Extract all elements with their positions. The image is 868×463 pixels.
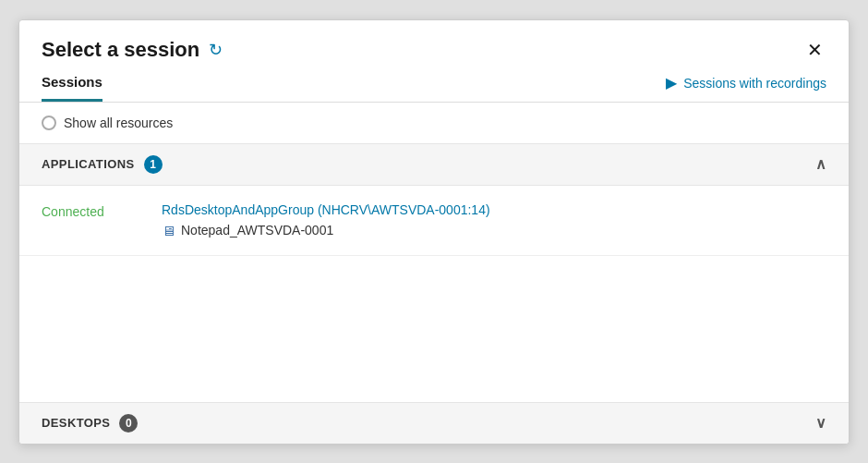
- sessions-with-recordings-button[interactable]: ▶ Sessions with recordings: [666, 74, 826, 101]
- desktops-title-area: DESKTOPS 0: [42, 414, 138, 433]
- session-app: 🖥 Notepad_AWTSVDA-0001: [162, 223, 490, 238]
- tab-sessions[interactable]: Sessions: [42, 74, 102, 102]
- modal-header: Select a session ↻ ✕: [19, 20, 849, 74]
- desktops-section-header[interactable]: DESKTOPS 0 ∨: [19, 403, 849, 444]
- session-link[interactable]: RdsDesktopAndAppGroup (NHCRV\AWTSVDA-000…: [162, 202, 490, 217]
- show-all-label: Show all resources: [64, 116, 173, 130]
- modal-title-area: Select a session ↻: [42, 38, 223, 62]
- select-session-modal: Select a session ↻ ✕ Sessions ▶ Sessions…: [18, 19, 850, 445]
- applications-section-header[interactable]: APPLICATIONS 1 ∧: [19, 143, 849, 186]
- close-button[interactable]: ✕: [803, 37, 826, 63]
- applications-title: APPLICATIONS: [42, 157, 135, 171]
- desktops-section: DESKTOPS 0 ∨: [19, 402, 849, 444]
- session-row: Connected RdsDesktopAndAppGroup (NHCRV\A…: [19, 186, 849, 256]
- modal-tabs: Sessions ▶ Sessions with recordings: [19, 74, 849, 103]
- desktops-count-badge: 0: [119, 414, 138, 433]
- recordings-label: Sessions with recordings: [683, 76, 826, 91]
- session-status: Connected: [42, 202, 125, 219]
- refresh-icon[interactable]: ↻: [209, 40, 223, 60]
- applications-chevron-icon: ∧: [815, 155, 826, 173]
- session-app-name: Notepad_AWTSVDA-0001: [181, 223, 333, 238]
- modal-title: Select a session: [42, 38, 199, 62]
- desktops-chevron-icon: ∨: [815, 414, 826, 432]
- radio-button[interactable]: [42, 116, 56, 130]
- applications-title-area: APPLICATIONS 1: [42, 155, 163, 174]
- session-details: RdsDesktopAndAppGroup (NHCRV\AWTSVDA-000…: [162, 202, 490, 238]
- show-all-resources[interactable]: Show all resources: [19, 103, 849, 143]
- desktops-title: DESKTOPS: [42, 416, 110, 430]
- monitor-icon: 🖥: [162, 223, 175, 238]
- applications-count-badge: 1: [144, 155, 163, 174]
- recording-icon: ▶: [666, 74, 677, 91]
